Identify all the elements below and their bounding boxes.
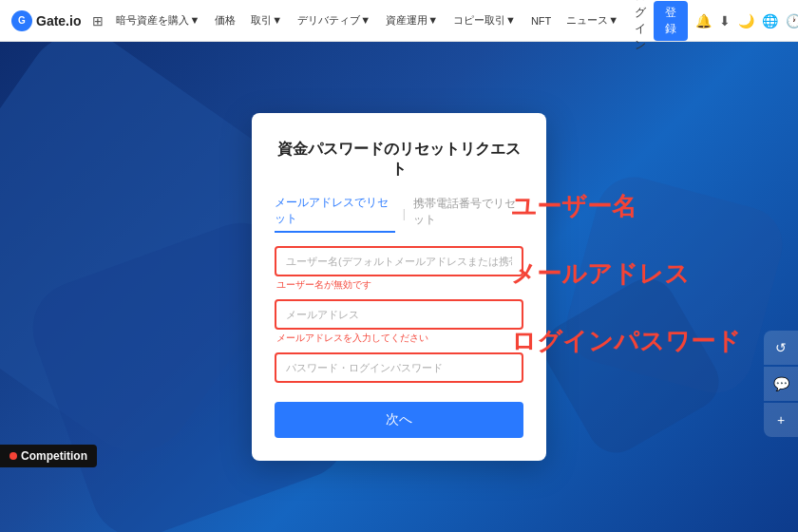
- username-side-label: ユーザー名: [511, 190, 741, 223]
- tab-phone[interactable]: 携帯電話番号でリセット: [413, 196, 523, 232]
- theme-icon[interactable]: 🌙: [738, 13, 754, 28]
- username-field-wrapper: [275, 246, 523, 276]
- logo-icon: G: [11, 10, 32, 31]
- logo[interactable]: G Gate.io: [11, 10, 81, 31]
- nav-item-nft[interactable]: NFT: [526, 15, 556, 27]
- nav-item-assets[interactable]: 資産運用▼: [381, 13, 443, 28]
- right-float-buttons: ↺ 💬 +: [764, 331, 798, 437]
- competition-label: Competition: [21, 449, 87, 463]
- nav-right: ログイン 登録 🔔 ⬇ 🌙 🌐 🕐 🔍: [635, 0, 798, 53]
- clock-icon[interactable]: 🕐: [786, 13, 798, 28]
- chat-icon: 💬: [773, 376, 789, 391]
- password-input[interactable]: [276, 354, 522, 381]
- nav-item-buy[interactable]: 暗号資産を購入▼: [111, 13, 204, 28]
- nav-item-copy[interactable]: コピー取引▼: [448, 13, 521, 28]
- logo-text: Gate.io: [36, 13, 81, 28]
- globe-icon[interactable]: 🌐: [762, 13, 778, 28]
- grid-icon: ⊞: [92, 13, 104, 28]
- float-btn-refresh[interactable]: ↺: [764, 331, 798, 365]
- modal-tabs: メールアドレスでリセット | 携帯電話番号でリセット: [275, 195, 523, 233]
- modal: 資金パスワードのリセットリクエスト メールアドレスでリセット | 携帯電話番号で…: [252, 113, 546, 461]
- register-button[interactable]: 登録: [654, 1, 688, 41]
- username-field-group: ユーザー名が無効です: [275, 246, 523, 292]
- password-field-wrapper: [275, 352, 523, 383]
- float-btn-add[interactable]: +: [764, 403, 798, 437]
- tab-divider: |: [403, 207, 406, 220]
- username-error: ユーザー名が無効です: [276, 278, 523, 292]
- nav-item-derivatives[interactable]: デリバティブ▼: [293, 13, 375, 28]
- login-button[interactable]: ログイン: [635, 0, 646, 53]
- password-side-label: ログインパスワード: [511, 325, 741, 358]
- tab-email[interactable]: メールアドレスでリセット: [275, 195, 395, 233]
- email-error: メールアドレスを入力してください: [276, 332, 523, 345]
- plus-icon: +: [777, 412, 785, 428]
- download-icon[interactable]: ⬇: [719, 13, 731, 28]
- email-field-group: メールアドレスを入力してください: [275, 299, 523, 345]
- competition-badge[interactable]: Competition: [0, 445, 97, 467]
- modal-title: 資金パスワードのリセットリクエスト: [275, 140, 523, 180]
- nav-item-price[interactable]: 価格: [210, 13, 240, 28]
- competition-dot: [10, 452, 17, 460]
- username-input[interactable]: [276, 248, 522, 275]
- notification-icon[interactable]: 🔔: [695, 13, 712, 28]
- next-button[interactable]: 次へ: [275, 402, 523, 438]
- refresh-icon: ↺: [775, 340, 787, 355]
- nav-item-news[interactable]: ニュース▼: [561, 13, 623, 28]
- float-btn-chat[interactable]: 💬: [764, 367, 798, 401]
- email-input[interactable]: [276, 301, 522, 328]
- nav-item-trade[interactable]: 取引▼: [246, 13, 287, 28]
- side-labels: ユーザー名 メールアドレス ログインパスワード: [511, 190, 741, 358]
- password-field-group: [275, 352, 523, 383]
- email-side-label: メールアドレス: [511, 257, 741, 291]
- email-field-wrapper: [275, 299, 523, 330]
- navbar: G Gate.io ⊞ 暗号資産を購入▼ 価格 取引▼ デリバティブ▼ 資産運用…: [0, 0, 798, 42]
